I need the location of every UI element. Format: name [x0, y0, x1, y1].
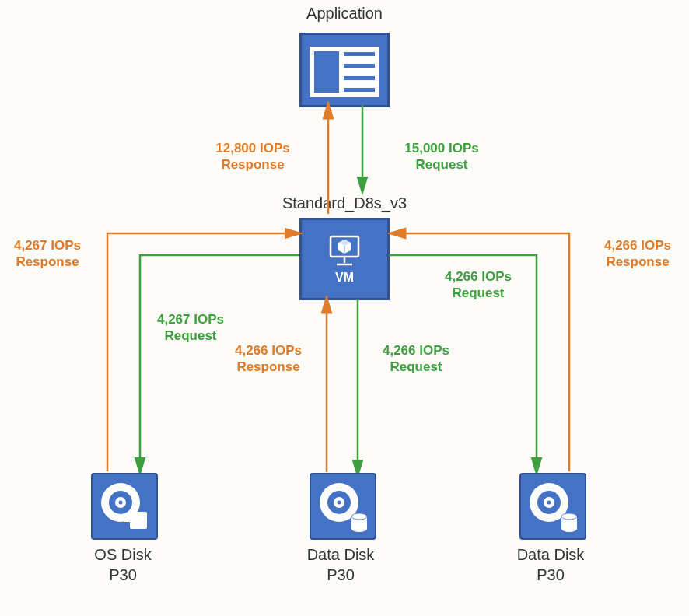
application-title: Application — [0, 5, 689, 23]
svg-rect-12 — [130, 512, 147, 529]
data2-request-value: 4,266 IOPs — [445, 269, 512, 284]
label-data2-request: 4,266 IOPs Request — [435, 268, 521, 302]
svg-point-17 — [338, 501, 341, 505]
os-response-type: Response — [16, 254, 79, 269]
vm-monitor-icon — [327, 233, 362, 268]
label-app-request: 15,000 IOPs Request — [395, 140, 488, 173]
os-disk-line2: P30 — [109, 566, 137, 583]
data1-response-value: 4,266 IOPs — [235, 343, 302, 358]
data2-line1: Data Disk — [517, 546, 585, 563]
data-disk-2-icon — [519, 473, 586, 540]
vm-icon: VM — [299, 218, 390, 300]
data2-response-value: 4,266 IOPs — [604, 238, 671, 253]
arrow-data1-response — [319, 299, 334, 474]
svg-point-25 — [547, 501, 551, 505]
vm-title: Standard_D8s_v3 — [0, 194, 689, 212]
svg-point-11 — [119, 501, 123, 505]
data1-line1: Data Disk — [307, 546, 375, 563]
os-request-type: Request — [164, 328, 216, 343]
data2-line2: P30 — [537, 566, 565, 583]
os-request-value: 4,267 IOPs — [157, 312, 224, 327]
data1-response-type: Response — [236, 359, 299, 374]
svg-point-20 — [351, 526, 367, 532]
os-disk-label: OS Disk P30 — [76, 544, 170, 585]
data1-line2: P30 — [327, 566, 355, 583]
arrow-data1-request — [350, 299, 365, 474]
app-response-type: Response — [221, 157, 284, 172]
os-response-value: 4,267 IOPs — [14, 238, 81, 253]
arrow-app-response — [320, 105, 336, 214]
data-disk-1-label: Data Disk P30 — [294, 544, 387, 585]
label-data1-response: 4,266 IOPs Response — [226, 342, 311, 376]
os-disk-line1: OS Disk — [94, 546, 151, 563]
app-request-type: Request — [415, 157, 467, 172]
label-os-request: 4,267 IOPs Request — [148, 311, 233, 345]
label-os-response: 4,267 IOPs Response — [5, 237, 90, 271]
data2-request-type: Request — [452, 285, 504, 300]
app-response-value: 12,800 IOPs — [215, 141, 289, 156]
vm-label: VM — [335, 271, 354, 285]
svg-point-28 — [561, 526, 577, 532]
label-app-response: 12,800 IOPs Response — [206, 140, 299, 173]
application-icon — [299, 33, 390, 107]
arrow-data2-response — [389, 226, 583, 474]
data2-response-type: Response — [606, 254, 669, 269]
app-request-value: 15,000 IOPs — [404, 141, 478, 156]
data-disk-1-icon — [310, 473, 376, 540]
arrow-app-request — [355, 105, 370, 191]
os-disk-icon — [91, 473, 158, 540]
data-disk-2-label: Data Disk P30 — [504, 544, 597, 585]
label-data2-response: 4,266 IOPs Response — [591, 237, 684, 271]
